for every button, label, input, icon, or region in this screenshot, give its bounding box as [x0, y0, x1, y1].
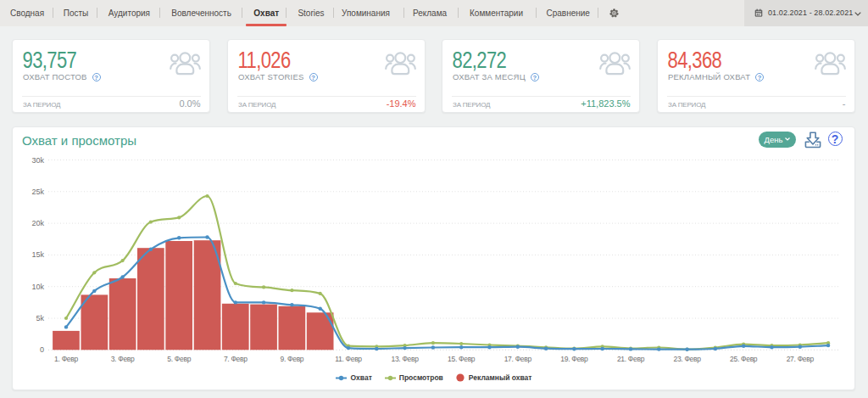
- svg-text:21. Февр: 21. Февр: [617, 355, 645, 363]
- svg-text:3. Февр: 3. Февр: [111, 355, 135, 363]
- svg-text:27. Февр: 27. Февр: [787, 355, 815, 363]
- svg-text:25. Февр: 25. Февр: [730, 355, 758, 363]
- svg-text:15. Февр: 15. Февр: [448, 355, 476, 363]
- svg-text:0: 0: [40, 345, 44, 354]
- svg-text:23. Февр: 23. Февр: [673, 355, 701, 363]
- svg-text:5. Февр: 5. Февр: [167, 355, 191, 363]
- svg-text:30k: 30k: [31, 156, 44, 165]
- svg-text:17. Февр: 17. Февр: [504, 355, 532, 363]
- svg-text:20k: 20k: [31, 219, 44, 227]
- svg-text:19. Февр: 19. Февр: [560, 355, 588, 363]
- svg-text:25k: 25k: [31, 188, 44, 196]
- svg-text:5k: 5k: [36, 314, 44, 322]
- svg-text:1. Февр: 1. Февр: [54, 355, 78, 363]
- svg-text:10k: 10k: [31, 283, 44, 291]
- svg-text:11. Февр: 11. Февр: [335, 355, 362, 363]
- svg-text:7. Февр: 7. Февр: [224, 355, 248, 363]
- svg-text:13. Февр: 13. Февр: [391, 355, 419, 363]
- svg-text:15k: 15k: [31, 250, 44, 259]
- svg-text:9. Февр: 9. Февр: [281, 355, 304, 363]
